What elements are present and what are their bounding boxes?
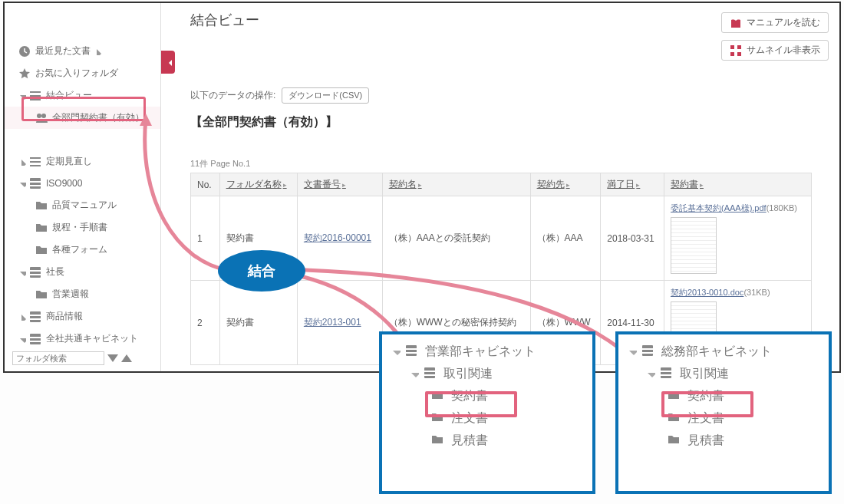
sidebar-label: 規程・手順書 — [52, 221, 107, 234]
cabinet-icon — [29, 311, 41, 323]
sidebar-label: 定期見直し — [46, 155, 92, 168]
tree-label: 注文書 — [687, 410, 724, 427]
cell-no: 2 — [191, 281, 220, 365]
col-file[interactable]: 契約書▸ — [664, 173, 811, 196]
cabinet-icon — [29, 177, 41, 189]
search-next-icon[interactable] — [107, 354, 118, 362]
tree-label: 営業部キャビネット — [425, 344, 536, 360]
sidebar-label: 商品情報 — [46, 310, 83, 323]
tree-label: 総務部キャビネット — [661, 344, 772, 360]
folder-icon — [35, 199, 48, 212]
folder-icon — [668, 389, 683, 404]
folder-search — [12, 351, 153, 365]
sidebar-item-combine-view[interactable]: 結合ビュー — [5, 84, 160, 107]
tree-folder-contracts[interactable]: 契約書 — [388, 385, 586, 407]
tree-folder-orders[interactable]: 注文書 — [388, 407, 586, 430]
app-frame: 最近見た文書 お気に入りフォルダ 結合ビュー 全部門契約書（有効） ･･･ 定期… — [3, 2, 841, 373]
cabinet-icon — [405, 344, 420, 360]
sidebar-item-iso-child[interactable]: 品質マニュアル — [5, 194, 160, 216]
sidebar-label: お気に入りフォルダ — [35, 67, 118, 80]
tree-group[interactable]: 取引関連 — [388, 363, 586, 385]
tree-folder-quotes[interactable]: 見積書 — [625, 430, 823, 452]
sidebar-item-zensha[interactable]: 全社共通キャビネット — [5, 328, 160, 350]
chevron-down-icon — [18, 268, 26, 276]
col-docno[interactable]: 文書番号▸ — [297, 173, 382, 196]
sidebar-item-teiki[interactable]: 定期見直し — [5, 150, 160, 173]
tree-panel-somu: 総務部キャビネット 取引関連 契約書 注文書 見積書 — [615, 331, 832, 494]
folder-icon — [431, 389, 447, 404]
col-name[interactable]: 契約名▸ — [382, 173, 530, 196]
tree-label: 注文書 — [451, 410, 488, 427]
tree-cabinet[interactable]: 総務部キャビネット — [625, 341, 823, 363]
docno-link[interactable]: 契約2016-00001 — [304, 232, 371, 243]
sidebar-item-iso9000[interactable]: ISO9000 — [5, 173, 160, 194]
sidebar-item-favorites[interactable]: お気に入りフォルダ — [5, 62, 160, 84]
sidebar-item-iso-child[interactable]: 規程・手順書 — [5, 216, 160, 239]
file-size: (31KB) — [743, 288, 770, 297]
sidebar-toggle[interactable] — [161, 51, 175, 74]
manual-button[interactable]: マニュアルを読む — [721, 12, 829, 33]
chevron-left-icon — [164, 57, 172, 68]
operation-label: 以下のデータの操作: — [190, 89, 275, 102]
thumbnail-icon — [730, 44, 742, 57]
sidebar-label: 全部門契約書（有効） — [52, 111, 144, 124]
tree-group[interactable]: 取引関連 — [625, 363, 823, 385]
sidebar-item-shacho-child[interactable]: 営業週報 — [5, 283, 160, 305]
sidebar-item-iso-child[interactable]: 各種フォーム — [5, 239, 160, 261]
chevron-down-icon — [18, 180, 26, 187]
download-csv-button[interactable]: ダウンロード(CSV) — [282, 87, 369, 104]
star-icon — [18, 68, 31, 80]
group-icon — [35, 112, 48, 124]
thumbnail-toggle-button[interactable]: サムネイル非表示 — [721, 40, 829, 61]
main-content: 結合ビュー マニュアルを読む サムネイル非表示 以下のデータの操作: ダウンロー… — [180, 3, 839, 371]
folder-icon — [431, 411, 447, 427]
folder-icon — [35, 222, 48, 234]
list-icon — [29, 156, 41, 168]
chevron-right-icon — [18, 158, 26, 166]
cabinet-icon — [29, 333, 41, 345]
folder-icon — [668, 433, 683, 449]
tree-cabinet[interactable]: 営業部キャビネット — [388, 341, 586, 363]
file-link[interactable]: 契約2013-0010.doc — [671, 288, 743, 297]
file-link[interactable]: 委託基本契約(AAA様).pdf — [671, 203, 767, 212]
file-thumbnail[interactable] — [671, 217, 717, 274]
col-folder[interactable]: フォルダ名称▸ — [219, 173, 297, 196]
file-size: (180KB) — [767, 203, 797, 212]
sidebar-label: 各種フォーム — [52, 243, 107, 256]
sidebar-label: 最近見た文書 — [35, 44, 91, 58]
sidebar-label: 全社共通キャビネット — [46, 332, 138, 345]
pager-info: 11件 Page No.1 — [190, 158, 829, 170]
operation-row: 以下のデータの操作: ダウンロード(CSV) — [190, 87, 829, 104]
sidebar-item-all-dept-contracts[interactable]: 全部門契約書（有効） — [5, 107, 160, 129]
annotation-bubble: 結合 — [218, 250, 305, 292]
folder-search-input[interactable] — [12, 351, 104, 365]
tree-label: 契約書 — [451, 388, 488, 404]
cabinet-icon — [29, 266, 41, 278]
chevron-down-icon — [646, 370, 655, 379]
cell-docno: 契約2016-00001 — [297, 196, 382, 281]
sidebar-item-recent[interactable]: 最近見た文書 — [5, 40, 160, 62]
tree-folder-quotes[interactable]: 見積書 — [388, 430, 586, 452]
chevron-down-icon — [18, 92, 26, 100]
cabinet-icon — [660, 367, 675, 382]
chevron-right-icon — [94, 48, 101, 55]
col-no: No. — [191, 173, 220, 196]
tree-folder-contracts[interactable]: 契約書 — [625, 385, 823, 407]
search-prev-icon[interactable] — [121, 354, 132, 362]
col-expire[interactable]: 満了日▸ — [601, 173, 664, 196]
chevron-down-icon — [410, 370, 419, 379]
docno-link[interactable]: 契約2013-001 — [304, 317, 361, 328]
chevron-down-icon — [628, 348, 637, 357]
folder-icon — [35, 244, 48, 256]
tree-label: 取引関連 — [443, 366, 493, 382]
tree-folder-orders[interactable]: 注文書 — [625, 407, 823, 430]
view-title: 【全部門契約書（有効）】 — [190, 114, 829, 130]
cell-partner: （株）AAA — [530, 196, 601, 281]
sidebar-item-shohin[interactable]: 商品情報 — [5, 305, 160, 328]
cell-name: （株）AAAとの委託契約 — [382, 196, 530, 281]
sidebar-label: 営業週報 — [52, 288, 89, 301]
sidebar: 最近見た文書 お気に入りフォルダ 結合ビュー 全部門契約書（有効） ･･･ 定期… — [5, 3, 161, 371]
cabinet-icon — [424, 367, 439, 382]
col-partner[interactable]: 契約先▸ — [530, 173, 601, 196]
sidebar-item-shacho[interactable]: 社長 — [5, 261, 160, 283]
